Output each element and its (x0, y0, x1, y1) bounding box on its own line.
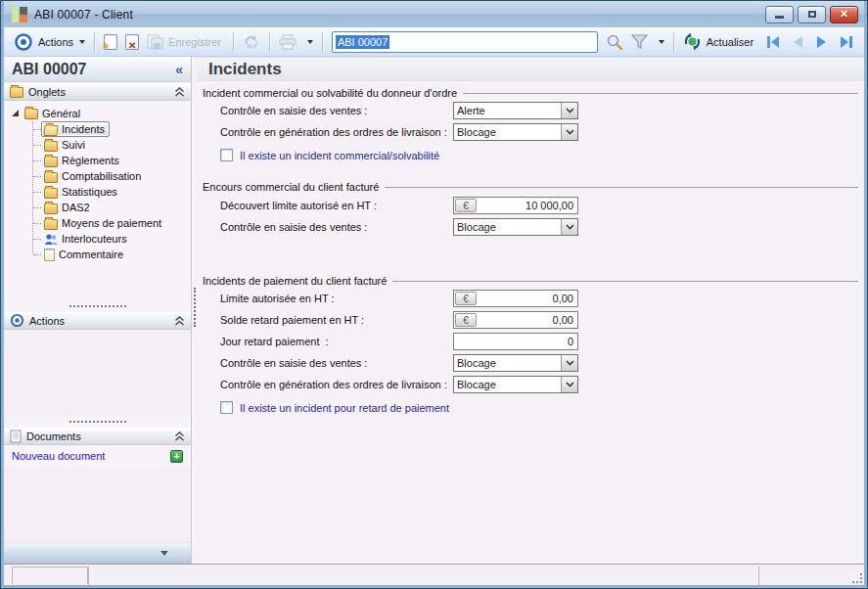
tree-item-das2[interactable]: DAS2 (4, 200, 191, 215)
controle-generation-ol-select[interactable]: Blocage (453, 123, 578, 141)
tree-expander-icon[interactable] (12, 110, 19, 116)
chevron-down-icon (566, 108, 574, 113)
page-title: Incidents (197, 58, 864, 81)
sidebar-splitter-handle[interactable] (4, 417, 191, 427)
incident-retard-paiement-checkbox[interactable] (220, 401, 233, 414)
maximize-button[interactable] (798, 6, 826, 23)
actions-section-header[interactable]: Actions (4, 311, 191, 330)
folder-icon (44, 204, 58, 214)
combo-dropdown-button[interactable] (561, 377, 577, 392)
reload-button[interactable] (239, 32, 264, 52)
window-title: ABI 00007 - Client (34, 8, 133, 22)
last-record-button[interactable] (834, 31, 858, 53)
controle-saisie-ventes-encours-select[interactable]: Blocage (453, 218, 578, 236)
decouvert-limite-field[interactable]: € 10 000,00 (453, 197, 578, 214)
select-value: Blocage (454, 219, 561, 235)
tree-item-statistiques[interactable]: Statistiques (4, 184, 191, 200)
new-record-button[interactable]: ★ (100, 32, 121, 52)
tree-item-incidents[interactable]: Incidents (4, 121, 191, 137)
filter-button[interactable] (627, 32, 652, 52)
field-label: Découvert limite autorisé en HT : (220, 200, 377, 211)
tree-item-suivi[interactable]: Suivi (4, 137, 191, 153)
euro-button[interactable]: € (455, 292, 477, 305)
tree-item-commentaire[interactable]: Commentaire (4, 247, 191, 262)
tree-item-label: Interlocuteurs (62, 233, 127, 245)
group-incidents-paiement: Incidents de paiement du client facturé … (197, 273, 858, 418)
delete-document-icon: ✕ (125, 34, 139, 50)
folder-icon (44, 188, 58, 199)
documents-section-header[interactable]: Documents (4, 427, 191, 445)
minimize-button[interactable] (765, 6, 794, 23)
tree-item-reglements[interactable]: Règlements (4, 153, 191, 168)
splitter-grip[interactable] (194, 288, 196, 327)
controle-generation-ol-paiement-select[interactable]: Blocage (453, 376, 578, 393)
save-button-label: Enregistrer (168, 36, 221, 48)
group-legend-text: Encours commercial du client facturé (203, 181, 379, 193)
new-document-link[interactable]: Nouveau document (12, 450, 105, 462)
save-icon (147, 34, 163, 50)
chevron-down-icon (307, 40, 313, 44)
tree-item-label: Suivi (62, 139, 85, 151)
sidebar-record-header: ABI 00007 « (4, 57, 191, 82)
delete-record-button[interactable]: ✕ (121, 32, 143, 52)
tree-item-moyens-de-paiement[interactable]: Moyens de paiement (4, 215, 191, 231)
legend-rule (463, 93, 858, 94)
app-logo-icon (12, 7, 27, 23)
chevron-down-icon (566, 360, 574, 366)
first-record-icon (765, 35, 781, 49)
save-button[interactable]: Enregistrer (143, 32, 228, 52)
combo-dropdown-button[interactable] (561, 219, 577, 235)
checkbox-label: Il existe un incident commercial/solvabi… (240, 150, 439, 161)
filter-options-button[interactable] (652, 38, 668, 46)
first-record-button[interactable] (760, 31, 785, 53)
combo-dropdown-button[interactable] (561, 355, 577, 371)
chevron-down-icon (160, 551, 168, 556)
collapse-sidebar-button[interactable]: « (175, 63, 183, 76)
incident-commercial-checkbox[interactable] (220, 149, 233, 161)
folder-icon (44, 157, 58, 167)
print-options-button[interactable] (300, 38, 317, 46)
record-search-input[interactable]: ABI 00007 (332, 31, 598, 53)
group-incident-commercial: Incident commercial ou solvabilité du do… (197, 85, 858, 165)
field-label: Contrôle en génération des ordres de liv… (220, 379, 447, 390)
folder-icon (44, 219, 58, 230)
field-label: Limite autorisée en HT : (220, 293, 335, 304)
status-divider (88, 566, 89, 585)
previous-record-button[interactable] (785, 31, 809, 53)
legend-rule (392, 281, 858, 282)
sidebar-collapse-bar[interactable] (4, 542, 191, 564)
resize-grip[interactable] (852, 573, 862, 583)
tree-item-general[interactable]: Général (4, 105, 191, 121)
euro-button[interactable]: € (455, 313, 477, 327)
print-button[interactable] (275, 32, 300, 52)
tree-item-comptabilisation[interactable]: Comptabilisation (4, 168, 191, 184)
limite-autorisee-field[interactable]: € 0,00 (453, 290, 578, 307)
group-legend: Encours commercial du client facturé (197, 179, 858, 194)
combo-dropdown-button[interactable] (561, 124, 577, 140)
solde-retard-paiement-field[interactable]: € 0,00 (453, 311, 578, 329)
currency-value: 0,00 (477, 293, 577, 304)
jour-retard-paiement-field[interactable]: 0 (453, 333, 578, 350)
actions-menu-button[interactable]: Actions (10, 30, 89, 54)
close-button[interactable]: ✕ (830, 6, 858, 23)
euro-button[interactable]: € (455, 199, 477, 212)
actions-section-title: Actions (29, 315, 65, 327)
combo-dropdown-button[interactable] (561, 103, 577, 118)
people-icon (44, 233, 58, 246)
search-button[interactable] (602, 31, 627, 53)
controle-saisie-ventes-paiement-select[interactable]: Blocage (453, 354, 578, 372)
sidebar-splitter-handle[interactable] (4, 301, 191, 311)
toolbar-separator (269, 32, 270, 52)
group-legend-text: Incidents de paiement du client facturé (203, 275, 387, 287)
close-icon: ✕ (840, 9, 848, 20)
main-toolbar: Actions ★ ✕ Enregistrer (4, 27, 864, 57)
printer-icon (279, 34, 297, 50)
onglets-section-header[interactable]: Onglets (4, 82, 191, 101)
refresh-record-button[interactable]: Actualiser (679, 30, 760, 53)
next-record-button[interactable] (809, 31, 834, 53)
folder-open-icon (43, 125, 58, 136)
group-legend: Incidents de paiement du client facturé (197, 273, 858, 288)
add-document-button[interactable]: + (170, 450, 183, 463)
tree-item-interlocuteurs[interactable]: Interlocuteurs (4, 231, 191, 247)
controle-saisie-ventes-select[interactable]: Alerte (453, 102, 578, 119)
